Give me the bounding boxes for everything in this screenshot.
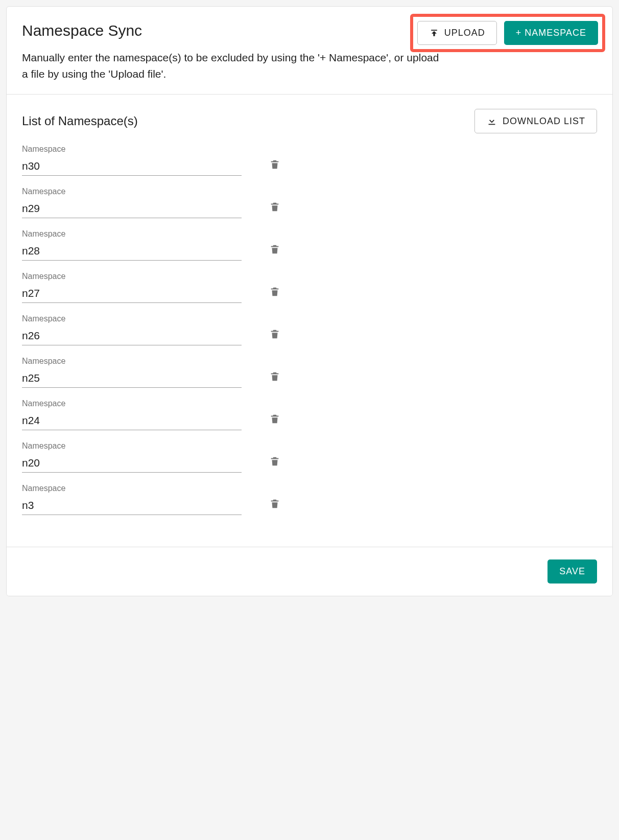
download-icon [486,115,497,127]
namespace-field-label: Namespace [22,357,242,366]
namespace-field-label: Namespace [22,399,242,408]
upload-button[interactable]: UPLOAD [417,21,497,45]
trash-icon [269,200,280,214]
delete-namespace-button[interactable] [267,453,282,472]
trash-icon [269,370,280,383]
namespace-list: NamespaceNamespaceNamespaceNamespaceName… [22,145,597,515]
namespace-field-label: Namespace [22,229,242,239]
namespace-input[interactable] [22,200,242,218]
namespace-row: Namespace [22,399,597,430]
delete-namespace-button[interactable] [267,495,282,514]
delete-namespace-button[interactable] [267,241,282,260]
upload-icon [429,28,439,38]
namespace-field-label: Namespace [22,441,242,451]
download-list-button-label: DOWNLOAD LIST [503,116,585,127]
namespace-input[interactable] [22,328,242,345]
namespace-field-label: Namespace [22,484,242,493]
delete-namespace-button[interactable] [267,368,282,387]
header-section: Namespace Sync UPLOAD + NAMESPACE Manual… [7,7,612,95]
namespace-input[interactable] [22,455,242,473]
list-title: List of Namespace(s) [22,114,138,128]
trash-icon [269,328,280,341]
trash-icon [269,243,280,256]
namespace-row: Namespace [22,314,597,345]
namespace-field: Namespace [22,441,242,473]
add-namespace-button-label: + NAMESPACE [516,28,586,38]
trash-icon [269,412,280,426]
namespace-field-label: Namespace [22,272,242,281]
download-list-button[interactable]: DOWNLOAD LIST [474,109,597,133]
delete-namespace-button[interactable] [267,156,282,175]
namespace-field-label: Namespace [22,187,242,196]
namespace-field: Namespace [22,314,242,345]
namespace-input[interactable] [22,243,242,261]
namespace-field: Namespace [22,357,242,388]
namespace-row: Namespace [22,229,597,261]
namespace-field: Namespace [22,272,242,303]
namespace-field: Namespace [22,145,242,176]
page-title: Namespace Sync [22,22,142,39]
namespace-field-label: Namespace [22,145,242,154]
action-buttons-highlight: UPLOAD + NAMESPACE [410,14,605,52]
namespace-row: Namespace [22,145,597,176]
namespace-row: Namespace [22,441,597,473]
namespace-field: Namespace [22,484,242,515]
namespace-row: Namespace [22,357,597,388]
namespace-field: Namespace [22,399,242,430]
save-button[interactable]: SAVE [547,559,597,584]
namespace-field: Namespace [22,187,242,218]
delete-namespace-button[interactable] [267,410,282,429]
list-section: List of Namespace(s) DOWNLOAD LIST Names… [7,95,612,547]
add-namespace-button[interactable]: + NAMESPACE [504,21,598,45]
trash-icon [269,497,280,510]
list-header: List of Namespace(s) DOWNLOAD LIST [22,109,597,133]
namespace-row: Namespace [22,272,597,303]
trash-icon [269,158,280,171]
namespace-field-label: Namespace [22,314,242,323]
namespace-row: Namespace [22,484,597,515]
delete-namespace-button[interactable] [267,283,282,302]
namespace-row: Namespace [22,187,597,218]
delete-namespace-button[interactable] [267,325,282,344]
namespace-input[interactable] [22,158,242,176]
footer-section: SAVE [7,547,612,596]
namespace-field: Namespace [22,229,242,261]
trash-icon [269,455,280,468]
trash-icon [269,285,280,298]
namespace-input[interactable] [22,497,242,515]
namespace-input[interactable] [22,370,242,388]
namespace-input[interactable] [22,285,242,303]
save-button-label: SAVE [559,566,585,577]
namespace-input[interactable] [22,412,242,430]
upload-button-label: UPLOAD [444,28,485,38]
delete-namespace-button[interactable] [267,198,282,217]
page-description: Manually enter the namespace(s) to be ex… [22,50,441,82]
namespace-sync-card: Namespace Sync UPLOAD + NAMESPACE Manual… [6,6,613,596]
